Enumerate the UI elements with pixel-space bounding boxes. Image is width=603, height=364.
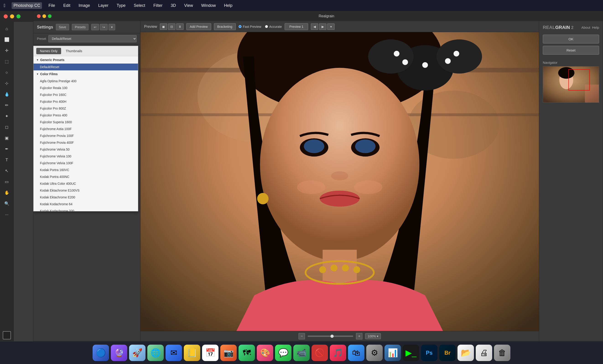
item-kodak-portra400[interactable]: Kodak Portra 400NC: [34, 173, 138, 180]
fast-preview-radio[interactable]: Fast Preview: [239, 25, 261, 28]
section-color-films[interactable]: Color Films: [34, 70, 138, 78]
zoom-in-button[interactable]: +: [356, 333, 362, 339]
thumbnails-tab[interactable]: Thumbnails: [62, 48, 86, 54]
pen-tool[interactable]: ✒: [2, 144, 12, 154]
preset-dropdown[interactable]: Default/Reset: [48, 35, 137, 42]
item-fujichrome-velvia50[interactable]: Fujichrome Velvia 50: [34, 146, 138, 153]
dock-mail[interactable]: ✉: [166, 345, 182, 361]
dock-calendar[interactable]: 📅: [202, 345, 219, 361]
dock-bridge[interactable]: Br: [439, 345, 456, 361]
item-kodak-ultracolor[interactable]: Kodak Ultra Color 400UC: [34, 180, 138, 187]
shape-tool[interactable]: ▭: [2, 177, 12, 187]
dock-trash[interactable]: 🗑: [494, 345, 510, 361]
item-agfa[interactable]: Agfa Optima Prestige 400: [34, 78, 138, 85]
preview-menu-icon[interactable]: ▾: [327, 23, 335, 30]
dock-facetime[interactable]: 📹: [293, 345, 310, 361]
item-fujichrome-astia[interactable]: Fujichrome Astia 100F: [34, 125, 138, 132]
dock-siri[interactable]: 🔮: [111, 345, 127, 361]
dock-photoshop[interactable]: Ps: [421, 345, 437, 361]
zoom-tool[interactable]: 🔍: [2, 199, 12, 209]
names-only-tab[interactable]: Names Only: [36, 48, 61, 54]
dock-terminal[interactable]: ▶_: [403, 345, 419, 361]
dock-photos[interactable]: 📷: [220, 345, 237, 361]
menu-file[interactable]: File: [46, 2, 57, 9]
more-tools[interactable]: ···: [2, 210, 12, 220]
move-tool[interactable]: ✛: [2, 45, 12, 55]
item-fujichrome-velvia100[interactable]: Fujichrome Velvia 100: [34, 153, 138, 160]
eraser-tool[interactable]: ◻: [2, 122, 12, 132]
crop-tool[interactable]: ⊹: [2, 78, 12, 88]
dock-dashboard[interactable]: 📊: [384, 345, 401, 361]
item-fujicolor-superia[interactable]: Fujicolor Superia 1600: [34, 119, 138, 125]
about-button[interactable]: About: [581, 25, 590, 29]
item-kodak-ektachrome-e200[interactable]: Kodak Ektachrome E200: [34, 194, 138, 201]
preview-prev-icon[interactable]: ◀: [311, 23, 318, 30]
item-kodak-kodachrome64[interactable]: Kodak Kodachrome 64: [34, 201, 138, 208]
menu-help[interactable]: Help: [222, 2, 234, 9]
reset-button[interactable]: Reset: [543, 46, 599, 55]
minimize-button[interactable]: [10, 14, 14, 18]
zoom-thumb[interactable]: [330, 335, 334, 338]
save-button[interactable]: Save: [56, 24, 69, 30]
dock-systemprefs[interactable]: ⚙: [366, 345, 383, 361]
zoom-dropdown-arrow[interactable]: ▾: [377, 334, 378, 338]
item-fujicolor-160c[interactable]: Fujicolor Pro 160C: [34, 91, 138, 98]
item-default-reset[interactable]: Default/Reset: [34, 64, 138, 70]
menu-window[interactable]: Window: [199, 2, 218, 9]
zoom-out-button[interactable]: −: [299, 333, 305, 339]
dock-files[interactable]: 📂: [457, 345, 474, 361]
zoom-slider[interactable]: [308, 336, 353, 337]
dropdown-list[interactable]: Generic Presets Default/Reset Color Film…: [34, 56, 138, 211]
brush-tool[interactable]: ✏: [2, 100, 12, 110]
lasso-tool[interactable]: ○: [2, 67, 12, 77]
type-tool[interactable]: T: [2, 155, 12, 165]
add-preview-button[interactable]: Add Preview: [186, 23, 211, 30]
item-fujicolor-reala[interactable]: Fujicolor Reala 100: [34, 85, 138, 91]
close-button[interactable]: [4, 14, 8, 18]
menu-filter[interactable]: Filter: [152, 2, 164, 9]
maximize-button[interactable]: [16, 14, 21, 18]
item-fujichrome-velvia100f[interactable]: Fujichrome Velvia 100F: [34, 160, 138, 166]
marquee-tool[interactable]: ⬚: [2, 56, 12, 66]
menu-type[interactable]: Type: [115, 2, 128, 9]
dock-dontdisturb[interactable]: 🚫: [312, 345, 328, 361]
dock-colors[interactable]: 🎨: [257, 345, 273, 361]
path-tool[interactable]: ↖: [2, 166, 12, 176]
preview-dual-icon[interactable]: ⏸: [176, 23, 184, 30]
hand-tool[interactable]: ✋: [2, 188, 12, 198]
presets-button[interactable]: Presets: [72, 24, 89, 30]
item-fujichrome-provia100[interactable]: Fujichrome Provia 100F: [34, 132, 138, 139]
redo-button[interactable]: ↪: [100, 24, 108, 30]
dock-maps[interactable]: 🗺: [239, 345, 255, 361]
menu-3d[interactable]: 3D: [169, 2, 178, 9]
item-fujichrome-provia400[interactable]: Fujichrome Provia 400F: [34, 139, 138, 146]
eyedropper-tool[interactable]: 💧: [2, 89, 12, 99]
preview-single-icon[interactable]: ◼: [160, 23, 167, 30]
menu-select[interactable]: Select: [132, 2, 147, 9]
dock-finder[interactable]: 🔵: [93, 345, 109, 361]
gradient-tool[interactable]: ▣: [2, 133, 12, 143]
item-kodak-kodachrome200[interactable]: Kodak Kodachrome 200: [34, 208, 138, 211]
help-button[interactable]: Help: [592, 25, 599, 29]
apple-menu[interactable]: : [4, 3, 5, 8]
item-fujicolor-400h[interactable]: Fujicolor Pro 400H: [34, 98, 138, 105]
dropdown-arrow[interactable]: ▾: [109, 24, 115, 30]
dock-launchpad[interactable]: 🚀: [129, 345, 146, 361]
dock-safari[interactable]: 🌐: [147, 345, 164, 361]
menu-layer[interactable]: Layer: [96, 2, 110, 9]
accurate-radio[interactable]: Accurate: [265, 25, 282, 28]
dock-notes[interactable]: 📒: [184, 345, 200, 361]
menu-image[interactable]: Image: [77, 2, 92, 9]
dock-appstore[interactable]: 🛍: [348, 345, 364, 361]
preview-next-icon[interactable]: ▶: [319, 23, 326, 30]
dock-messages[interactable]: 💬: [275, 345, 291, 361]
menu-view[interactable]: View: [183, 2, 195, 9]
foreground-color[interactable]: [3, 331, 11, 339]
undo-button[interactable]: ↩: [91, 24, 99, 30]
preview-tab-1[interactable]: Preview 1: [285, 23, 308, 30]
ok-button[interactable]: OK: [543, 35, 599, 44]
menu-photoshop[interactable]: Photoshop CC: [12, 2, 42, 9]
preview-split-icon[interactable]: ⊟: [168, 23, 175, 30]
home-tool[interactable]: ⌂: [2, 24, 12, 34]
dock-printer[interactable]: 🖨: [476, 345, 492, 361]
